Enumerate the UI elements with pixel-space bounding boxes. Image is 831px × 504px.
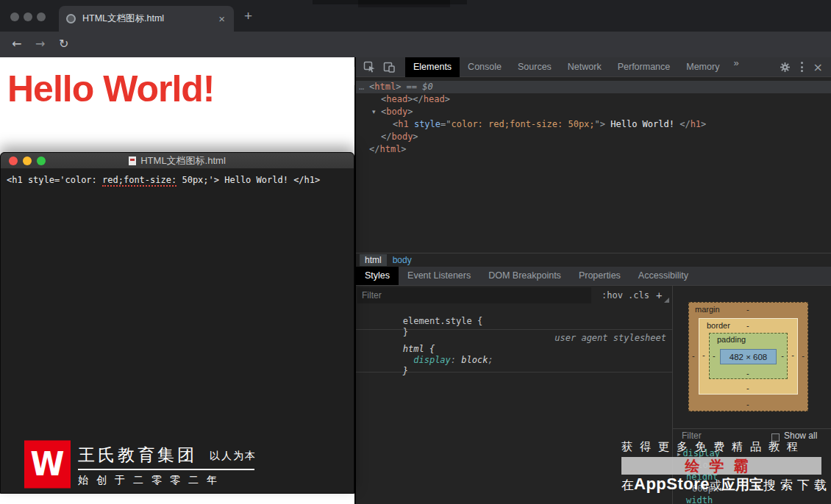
devtools-tab-console[interactable]: Console [460, 57, 510, 77]
dom-token: == $0 [401, 82, 432, 92]
dom-token: head [424, 94, 445, 104]
dom-token: </ [369, 144, 379, 154]
dom-tree-row[interactable]: <h1 style="color: red;font-size: 50px;">… [356, 118, 831, 131]
ua-style-rule[interactable]: html { user agent stylesheet [356, 333, 672, 344]
ua-rule-close: } [356, 355, 672, 366]
window-zoom-button[interactable] [37, 12, 46, 21]
tab-event-listeners[interactable]: Event Listeners [399, 267, 479, 285]
computed-property-value: block [677, 459, 828, 471]
dom-token: </ [381, 132, 391, 142]
computed-property-row[interactable]: height [677, 471, 828, 483]
ua-stylesheet-note: user agent stylesheet [554, 333, 666, 344]
tree-expand-arrow-icon[interactable]: ▾ [372, 106, 376, 118]
browser-tab[interactable]: HTML文档图标.html × [59, 6, 234, 32]
dom-tree-row[interactable]: ▾<body> [356, 106, 831, 118]
window-minimize-button[interactable] [24, 12, 32, 21]
tab-close-icon[interactable]: × [217, 13, 227, 24]
tab-accessibility[interactable]: Accessibility [630, 267, 697, 285]
devtools-tab-sources[interactable]: Sources [510, 57, 560, 77]
tab-styles[interactable]: Styles [356, 267, 399, 285]
computed-property-value: 608px [677, 483, 828, 494]
devtools-menu-icon[interactable] [801, 62, 803, 72]
dom-token: > [445, 94, 450, 104]
inline-style-close: } [356, 316, 672, 327]
devtools-tab-network[interactable]: Network [560, 57, 610, 77]
panel-resize-handle[interactable] [664, 298, 669, 303]
tab-dom-breakpoints[interactable]: DOM Breakpoints [479, 267, 570, 285]
dom-tree-row[interactable]: </body> [356, 131, 831, 143]
spellcheck-underline: red;font-size: [102, 175, 176, 187]
box-model-border[interactable]: border - - - - padding - - - 482 × 608 [699, 318, 798, 395]
dom-token: > [401, 144, 406, 154]
tab-properties[interactable]: Properties [570, 267, 630, 285]
box-model-content[interactable]: 482 × 608 [720, 349, 777, 364]
dom-token: "> [595, 119, 605, 129]
ua-declaration[interactable]: display: block; [356, 344, 672, 355]
dom-tree-row[interactable]: </html> [356, 143, 831, 156]
dom-token: Hello World! [605, 119, 680, 129]
browser-toolbar: ← → ↻ i 文件 | /Users/wuguoxing/Desktop/HT… [0, 32, 831, 57]
back-button[interactable]: ← [12, 37, 21, 51]
logo-founded-text: 始创于二零零二年 [78, 474, 225, 487]
new-tab-button[interactable]: + [244, 9, 252, 23]
styles-filter-input[interactable]: Filter [357, 287, 591, 303]
editor-title: HTML文档图标.html [1, 153, 354, 169]
texteditor-titlebar[interactable]: HTML文档图标.html [1, 153, 354, 169]
dom-tree-row[interactable]: …<html> == $0 [356, 81, 831, 93]
breadcrumb-html[interactable]: html [360, 254, 387, 266]
new-style-rule-button[interactable]: + [656, 286, 662, 305]
pane-divider [673, 428, 831, 429]
box-model-padding[interactable]: padding - - - 482 × 608 [709, 333, 788, 379]
styles-pane: element.style { } html { user agent styl… [356, 305, 672, 431]
computed-property-row[interactable]: width [677, 494, 828, 504]
devtools-tab-performance[interactable]: Performance [610, 57, 679, 77]
more-tabs-icon[interactable]: » [727, 57, 744, 77]
editor-code-line[interactable]: <h1 style='color: red;font-size: 50px;'>… [7, 175, 320, 185]
breadcrumb-body[interactable]: body [387, 254, 418, 266]
computed-pane: margin - - - - border - - - - padding - … [672, 286, 831, 504]
elements-dom-tree: …<html> == $0<head></head>▾<body><h1 sty… [356, 77, 831, 253]
dom-token: </ [680, 119, 690, 129]
forward-button[interactable]: → [35, 37, 45, 51]
dom-tree-row[interactable]: <head></head> [356, 93, 831, 106]
dom-token: body [391, 132, 413, 142]
toggle-class-button[interactable]: .cls [628, 286, 649, 305]
dom-token: html [374, 82, 396, 92]
computed-property-name: display [682, 448, 720, 458]
computed-filter-input[interactable]: Filter [682, 431, 702, 441]
reload-button[interactable]: ↻ [59, 37, 68, 51]
dom-token: h1 [691, 119, 701, 129]
dom-token [409, 119, 414, 129]
devtools-panel: Elements Console Sources Network Perform… [355, 57, 831, 504]
devtools-close-icon[interactable]: × [813, 60, 823, 74]
dom-token: > [407, 107, 413, 117]
screen: HTML文档图标.html × + ← → ↻ i 文件 | /Users/wu… [0, 0, 831, 504]
computed-properties-list: ▸ displayblockheight608pxwidth [677, 447, 828, 504]
devtools-toolbar-right: × [772, 60, 831, 74]
texteditor-window: HTML文档图标.html <h1 style='color: red;font… [0, 152, 354, 494]
dom-token: color: red;font-size: 50px; [452, 119, 595, 129]
devtools-tab-elements[interactable]: Elements [405, 57, 460, 77]
inspect-element-icon[interactable] [363, 61, 376, 73]
dom-token: ></ [407, 94, 424, 104]
tab-favicon-globe-icon [66, 14, 76, 24]
hidden-nodes-ellipsis-icon[interactable]: … [359, 81, 364, 93]
box-model-margin[interactable]: margin - - - - border - - - - padding - … [688, 302, 808, 411]
logo-name: 王氏教育集团 [78, 444, 197, 467]
device-toolbar-icon[interactable] [383, 61, 395, 73]
tab-title: HTML文档图标.html [82, 12, 217, 25]
settings-gear-icon[interactable] [780, 62, 791, 73]
show-all-label: Show all [784, 431, 817, 441]
computed-property-row[interactable]: ▸ display [677, 447, 828, 459]
devtools-tab-memory[interactable]: Memory [678, 57, 727, 77]
window-close-button[interactable] [10, 12, 19, 21]
dom-breadcrumb: html body [356, 253, 831, 267]
dom-token: head [386, 94, 407, 104]
devtools-toolbar: Elements Console Sources Network Perform… [356, 57, 831, 77]
dom-token: html [379, 144, 401, 154]
logo-w-mark: W [24, 440, 71, 488]
toggle-hover-state-button[interactable]: :hov [602, 286, 623, 305]
inline-style-rule[interactable]: element.style { [356, 305, 672, 316]
computed-property-name: height [686, 472, 718, 482]
show-all-checkbox[interactable] [771, 433, 780, 442]
